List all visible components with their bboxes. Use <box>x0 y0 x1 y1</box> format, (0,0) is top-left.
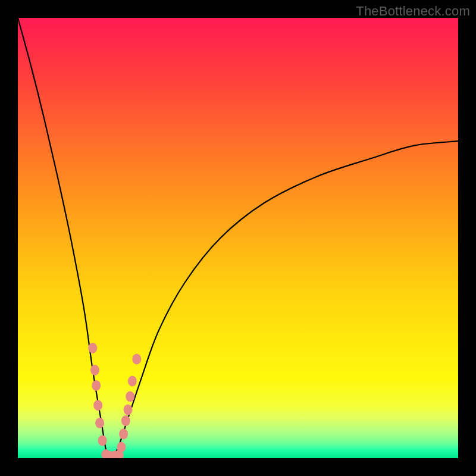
data-point <box>88 343 97 353</box>
data-point <box>132 354 141 365</box>
data-point <box>90 365 99 375</box>
watermark-text: TheBottleneck.com <box>356 4 470 19</box>
data-point <box>98 435 107 446</box>
data-point <box>92 380 101 391</box>
data-point <box>126 391 134 402</box>
plot-area <box>18 18 458 458</box>
data-point <box>124 405 133 415</box>
chart-frame: TheBottleneck.com <box>0 0 476 476</box>
data-point <box>95 418 104 428</box>
data-point <box>119 428 128 439</box>
data-point <box>128 376 137 387</box>
bottleneck-curve <box>18 18 458 458</box>
chart-svg <box>18 18 458 458</box>
data-point <box>121 415 130 426</box>
data-point <box>117 442 126 453</box>
data-point <box>93 400 102 411</box>
